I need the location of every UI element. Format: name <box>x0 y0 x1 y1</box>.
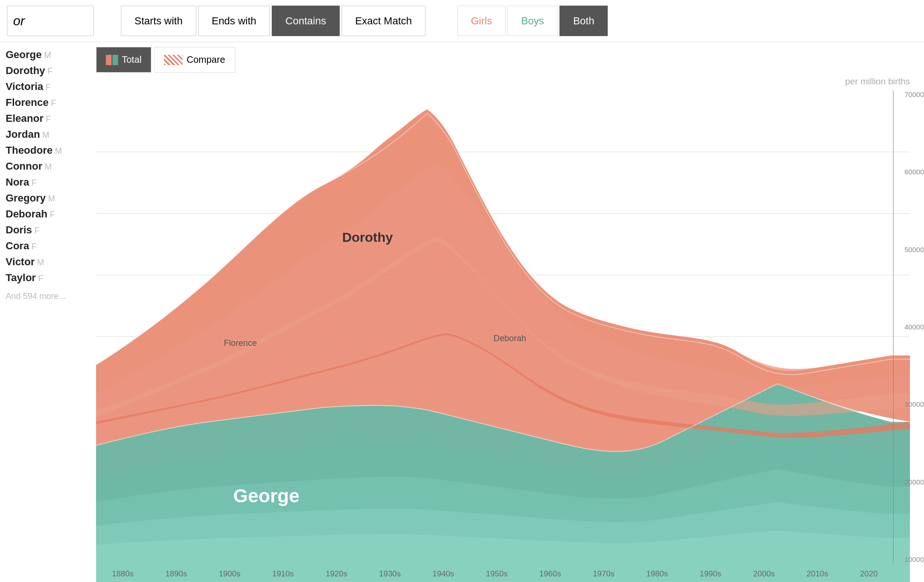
ends-with-button[interactable]: Ends with <box>198 6 270 36</box>
gender-label: F <box>51 98 56 108</box>
gender-label: M <box>45 162 52 172</box>
y-label-70000: 70000 <box>904 90 924 98</box>
list-item[interactable]: Jordan M <box>6 127 91 142</box>
and-more-label: And 594 more... <box>6 286 91 301</box>
name-label: Theodore <box>6 144 52 157</box>
exact-match-button[interactable]: Exact Match <box>342 6 425 36</box>
starts-with-button[interactable]: Starts with <box>121 6 196 36</box>
contains-button[interactable]: Contains <box>272 6 340 36</box>
name-label: Dorothy <box>6 65 45 77</box>
main-content: George M Dorothy F Victoria F Florence F… <box>0 42 924 582</box>
total-button[interactable]: Total <box>96 47 151 73</box>
list-item[interactable]: George M <box>6 47 91 63</box>
gender-label: M <box>42 130 49 140</box>
name-label: Doris <box>6 224 32 236</box>
x-label-1890s: 1890s <box>165 569 187 579</box>
chart-svg: George Dorothy Florence Deborah <box>96 90 910 582</box>
gender-label: F <box>31 242 37 252</box>
name-label: Victoria <box>6 81 43 93</box>
name-label: Eleanor <box>6 112 44 125</box>
view-buttons: Total Compare <box>96 47 924 73</box>
compare-label: Compare <box>186 54 225 65</box>
gender-label: F <box>34 226 39 236</box>
gender-label: F <box>47 67 52 76</box>
x-label-1910s: 1910s <box>272 569 294 579</box>
y-label-20000: 20000 <box>904 478 924 486</box>
list-item[interactable]: Nora F <box>6 174 91 190</box>
gender-label: F <box>45 82 51 92</box>
gender-label: M <box>48 194 55 204</box>
list-item[interactable]: Cora F <box>6 238 91 254</box>
x-label-1880s: 1880s <box>112 569 134 579</box>
girls-button[interactable]: Girls <box>457 6 506 36</box>
x-label-2010s: 2010s <box>806 569 828 579</box>
x-label-1960s: 1960s <box>539 569 561 579</box>
name-label: Taylor <box>6 272 36 284</box>
x-label-1920s: 1920s <box>326 569 347 579</box>
svg-text:Dorothy: Dorothy <box>342 230 393 245</box>
name-label: Nora <box>6 176 29 188</box>
filter-buttons: Starts with Ends with Contains Exact Mat… <box>121 6 425 36</box>
list-item[interactable]: Theodore M <box>6 142 91 158</box>
compare-icon <box>164 55 183 65</box>
gender-label: F <box>46 114 51 124</box>
list-item[interactable]: Victoria F <box>6 79 91 95</box>
both-button[interactable]: Both <box>559 6 608 36</box>
y-label-10000: 10000 <box>904 555 924 563</box>
sidebar: George M Dorothy F Victoria F Florence F… <box>0 42 91 582</box>
name-label: Victor <box>6 256 35 268</box>
top-bar: Starts with Ends with Contains Exact Mat… <box>0 0 924 42</box>
name-label: Florence <box>6 97 49 109</box>
gender-label: F <box>31 178 37 188</box>
x-label-1980s: 1980s <box>646 569 668 579</box>
name-label: George <box>6 49 42 61</box>
y-label-30000: 30000 <box>904 400 924 408</box>
x-label-1940s: 1940s <box>432 569 454 579</box>
boys-button[interactable]: Boys <box>507 6 558 36</box>
y-label-40000: 40000 <box>904 323 924 331</box>
list-item[interactable]: Taylor F <box>6 270 91 286</box>
vertical-axis-line <box>893 90 894 563</box>
list-item[interactable]: Eleanor F <box>6 111 91 127</box>
chart-wrapper: per million births <box>96 76 924 582</box>
x-axis-labels: 1880s 1890s 1900s 1910s 1920s 1930s 1940… <box>96 566 894 582</box>
chart-area: Total Compare per million births <box>91 42 924 582</box>
search-input[interactable] <box>7 6 94 36</box>
name-label: Cora <box>6 240 29 252</box>
y-label-50000: 50000 <box>904 246 924 254</box>
list-item[interactable]: Florence F <box>6 95 91 111</box>
total-label: Total <box>122 54 142 65</box>
compare-button[interactable]: Compare <box>154 47 235 73</box>
name-label: Jordan <box>6 128 40 141</box>
svg-text:Deborah: Deborah <box>493 334 526 343</box>
name-label: Deborah <box>6 208 47 220</box>
gender-label: F <box>38 274 43 284</box>
gender-label: M <box>55 146 62 156</box>
per-million-label: per million births <box>845 76 910 87</box>
x-label-2020: 2020 <box>860 569 878 579</box>
x-label-1930s: 1930s <box>379 569 401 579</box>
list-item[interactable]: Deborah F <box>6 206 91 222</box>
x-label-2000s: 2000s <box>753 569 775 579</box>
name-label: Gregory <box>6 192 46 204</box>
total-icon <box>106 55 118 65</box>
svg-text:Florence: Florence <box>224 338 257 348</box>
x-label-1990s: 1990s <box>700 569 721 579</box>
x-label-1950s: 1950s <box>486 569 507 579</box>
list-item[interactable]: Victor M <box>6 254 91 270</box>
svg-text:George: George <box>233 485 299 507</box>
x-label-1900s: 1900s <box>219 569 240 579</box>
y-axis-labels: 70000 60000 50000 40000 30000 20000 1000… <box>894 90 924 563</box>
gender-label: F <box>50 210 55 220</box>
y-label-60000: 60000 <box>904 168 924 176</box>
list-item[interactable]: Doris F <box>6 222 91 238</box>
gender-label: M <box>37 258 44 268</box>
name-label: Connor <box>6 160 42 172</box>
list-item[interactable]: Dorothy F <box>6 63 91 79</box>
list-item[interactable]: Gregory M <box>6 190 91 206</box>
gender-label: M <box>44 51 51 60</box>
gender-buttons: Girls Boys Both <box>457 6 608 36</box>
list-item[interactable]: Connor M <box>6 158 91 174</box>
x-label-1970s: 1970s <box>593 569 614 579</box>
